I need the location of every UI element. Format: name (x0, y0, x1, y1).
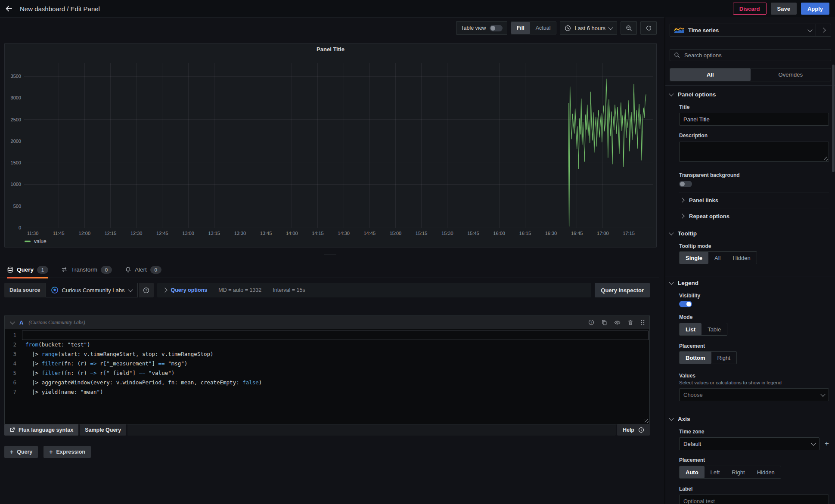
axis-label-input[interactable] (679, 495, 829, 504)
chevron-down-icon (669, 416, 674, 421)
add-query-button[interactable]: + Query (4, 446, 38, 458)
tooltip-mode-label: Tooltip mode (679, 243, 829, 249)
axis-placement-auto[interactable]: Auto (680, 466, 705, 478)
svg-text:11:45: 11:45 (53, 231, 65, 236)
section-tooltip[interactable]: Tooltip (670, 230, 831, 237)
chevron-right-icon (821, 28, 826, 32)
description-field-label: Description (679, 133, 829, 139)
flux-code-editor[interactable]: 1234567 from(bucket: "test") |> range(st… (4, 329, 650, 424)
axis-timezone-label: Time zone (679, 429, 829, 435)
legend-series-label[interactable]: value (34, 238, 47, 244)
query-options-toggle[interactable]: Query options (163, 287, 208, 293)
legend-series-swatch (25, 241, 31, 242)
flux-syntax-button[interactable]: Flux language syntax (4, 424, 78, 436)
description-textarea[interactable] (679, 142, 829, 162)
collapse-options-pane-button[interactable] (816, 24, 831, 36)
query-ref-id[interactable]: A (19, 319, 23, 326)
datasource-picker[interactable]: Curious Community Labs (46, 283, 138, 297)
time-range-picker[interactable]: Last 6 hours (560, 21, 617, 35)
title-field-label: Title (679, 104, 829, 110)
apply-button[interactable]: Apply (801, 3, 829, 15)
collapse-query-chevron-icon[interactable] (10, 319, 15, 324)
sample-query-button[interactable]: Sample Query (80, 424, 126, 436)
chevron-down-icon (608, 25, 613, 30)
axis-placement-hidden[interactable]: Hidden (751, 466, 781, 478)
section-axis[interactable]: Axis (670, 416, 831, 422)
section-panel-options[interactable]: Panel options (670, 91, 831, 98)
svg-text:17:00: 17:00 (597, 231, 609, 236)
sidebar-scrollbar[interactable] (832, 65, 835, 172)
table-view-label: Table view (461, 25, 486, 31)
legend-mode-table[interactable]: Table (702, 323, 727, 335)
time-series-chart[interactable]: 050010001500200025003000350011:3011:4512… (5, 55, 655, 237)
svg-text:14:00: 14:00 (286, 231, 298, 236)
panel-links-collapse[interactable]: Panel links (679, 192, 829, 208)
axis-placement-left[interactable]: Left (705, 466, 726, 478)
tab-all[interactable]: All (670, 68, 751, 81)
svg-text:14:45: 14:45 (363, 231, 376, 236)
svg-text:12:00: 12:00 (79, 231, 91, 236)
table-view-toggle[interactable] (490, 25, 503, 31)
datasource-help-button[interactable]: ? (139, 283, 154, 297)
tab-query-label: Query (17, 266, 34, 273)
query-inspector-button[interactable]: Query inspector (595, 283, 650, 297)
editor-resize-handle[interactable] (645, 419, 649, 423)
tooltip-mode-single[interactable]: Single (680, 252, 708, 264)
panel-title-input[interactable] (679, 113, 829, 126)
svg-text:16:15: 16:15 (519, 231, 531, 236)
tab-transform[interactable]: Transform 0 (61, 262, 112, 278)
delete-query-trash-icon[interactable] (627, 319, 633, 325)
external-link-icon (9, 427, 15, 433)
add-timezone-button[interactable]: + (825, 439, 829, 448)
hide-query-eye-icon[interactable] (614, 319, 621, 326)
svg-text:2500: 2500 (11, 117, 21, 122)
duplicate-query-icon[interactable] (601, 319, 607, 325)
options-search-input[interactable] (683, 52, 827, 59)
tooltip-mode-all[interactable]: All (708, 252, 726, 264)
axis-timezone-select[interactable]: Default (679, 437, 819, 450)
refresh-button[interactable] (640, 21, 657, 35)
svg-text:14:30: 14:30 (338, 231, 350, 236)
axis-placement-right[interactable]: Right (726, 466, 751, 478)
zoom-out-button[interactable] (621, 21, 637, 35)
legend-mode-list[interactable]: List (680, 323, 702, 335)
actual-option[interactable]: Actual (530, 22, 556, 34)
panel-resize-splitter-handle[interactable] (324, 252, 336, 254)
repeat-options-collapse[interactable]: Repeat options (679, 208, 829, 224)
options-search-box[interactable] (670, 49, 831, 61)
svg-text:16:30: 16:30 (545, 231, 557, 236)
legend-placement-bottom[interactable]: Bottom (680, 352, 711, 364)
textarea-resize-handle[interactable] (824, 157, 828, 161)
tab-query[interactable]: Query 1 (7, 262, 48, 278)
table-view-toggle-group[interactable]: Table view (456, 21, 507, 35)
discard-button[interactable]: Discard (733, 3, 767, 15)
svg-text:15:15: 15:15 (416, 231, 428, 236)
svg-text:11:30: 11:30 (27, 231, 39, 236)
visualization-picker: Time series (670, 24, 831, 37)
svg-text:17:15: 17:15 (623, 231, 635, 236)
section-legend[interactable]: Legend (670, 280, 831, 286)
tooltip-mode-hidden[interactable]: Hidden (726, 252, 756, 264)
tab-overrides[interactable]: Overrides (751, 68, 831, 81)
drag-handle-icon[interactable] (640, 319, 645, 325)
legend-visibility-toggle[interactable] (679, 301, 692, 307)
save-button[interactable]: Save (771, 3, 797, 15)
tab-alert[interactable]: Alert 0 (125, 262, 161, 278)
svg-text:2000: 2000 (11, 139, 21, 144)
fill-option[interactable]: Fill (511, 22, 530, 34)
axis-placement-switch: Auto Left Right Hidden (679, 466, 781, 479)
visualization-select[interactable]: Time series (670, 24, 816, 36)
help-button[interactable]: Help (617, 424, 650, 436)
legend-values-label: Values (679, 373, 829, 379)
transparent-background-toggle[interactable] (679, 181, 692, 187)
query-help-icon[interactable]: ? (588, 319, 594, 325)
add-expression-button[interactable]: + Expression (43, 446, 91, 458)
chevron-down-icon (820, 392, 825, 396)
svg-text:3000: 3000 (11, 95, 21, 100)
back-arrow-button[interactable] (0, 0, 18, 17)
code-lines[interactable]: from(bucket: "test") |> range(start: v.t… (22, 329, 649, 424)
datasource-row: Data source Curious Community Labs ? Q (4, 283, 650, 297)
legend-placement-right[interactable]: Right (711, 352, 736, 364)
legend-values-select[interactable]: Choose (679, 388, 829, 401)
svg-text:13:45: 13:45 (260, 231, 272, 236)
